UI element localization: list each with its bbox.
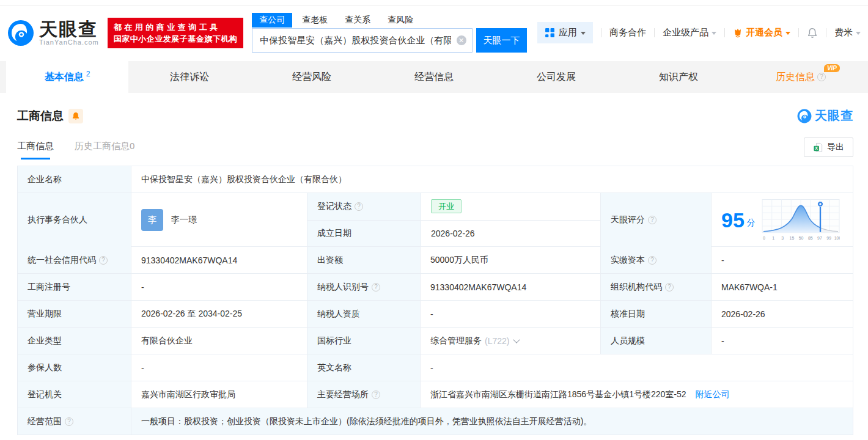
term-label: 营业期限: [18, 301, 131, 327]
paid-capital-label-cell: 实缴资本: [600, 247, 711, 273]
tab-label: 知识产权: [659, 71, 698, 84]
help-icon[interactable]: [665, 283, 674, 292]
tab-company-development[interactable]: 公司发展: [495, 61, 617, 93]
chevron-down-icon: [581, 32, 586, 35]
credit-code-value: 91330402MAK67WQA14: [131, 247, 307, 273]
partner-name-link[interactable]: 李一璟: [171, 215, 197, 226]
help-icon[interactable]: [372, 283, 380, 292]
partner-label: 执行事务合伙人: [18, 193, 131, 247]
status-badge: 开业: [431, 199, 462, 213]
help-icon[interactable]: [817, 73, 826, 81]
table-row: 企业名称 中保投智星安（嘉兴）股权投资合伙企业（有限合伙）: [18, 166, 853, 193]
subtab-business-info[interactable]: 工商信息: [17, 141, 54, 160]
table-row: 执行事务合伙人 李 李一璟 登记状态 开业 成立日期 2026-02-26 天眼…: [18, 193, 853, 246]
tianyancha-logo-icon: [797, 109, 812, 123]
est-date-value: 2026-02-26: [421, 221, 601, 247]
promo-line2: 国家中小企业发展子基金旗下机构: [114, 33, 238, 45]
axis-tick: 99: [826, 236, 831, 240]
staff-size-value: -: [711, 328, 854, 354]
subtab-history-business-info[interactable]: 历史工商信息0: [75, 141, 134, 160]
credit-code-label-cell: 统一社会信用代码: [18, 247, 131, 273]
tab-basic-info[interactable]: 基本信息 2: [6, 61, 128, 93]
axis-tick: 100: [834, 236, 840, 240]
tab-history-info[interactable]: VIP 历史信息: [740, 61, 862, 93]
score-cell: 95 分: [711, 193, 854, 247]
axis-tick: 50: [799, 236, 804, 240]
approval-date-label: 核准日期: [600, 301, 711, 327]
help-icon[interactable]: [372, 391, 380, 399]
taxpayer-quality-value: -: [420, 301, 600, 327]
monitor-bell-button[interactable]: [68, 109, 83, 123]
bell-icon: [807, 28, 818, 38]
paid-capital-value: -: [711, 247, 854, 273]
apps-menu-button[interactable]: 应用: [537, 22, 593, 43]
search-button[interactable]: 天眼一下: [476, 28, 528, 53]
tab-label: 公司发展: [537, 71, 576, 84]
score-label: 天眼评分: [611, 215, 645, 226]
tianyancha-watermark: 天眼查: [797, 108, 853, 124]
taxpayer-id-label: 纳税人识别号: [317, 282, 369, 293]
search-input[interactable]: [252, 28, 472, 53]
org-code-value: MAK67WQA-1: [711, 274, 854, 300]
tab-label: 经营风险: [292, 71, 331, 84]
partner-avatar[interactable]: 李: [141, 209, 163, 231]
company-nav-tabs: 基本信息 2 法律诉讼 经营风险 经营信息 公司发展 知识产权 VIP 历史信息: [0, 61, 868, 93]
chevron-down-icon: [785, 32, 790, 35]
bell-icon: [72, 112, 80, 120]
section-title: 工商信息: [17, 108, 64, 124]
help-icon[interactable]: [355, 202, 363, 211]
search-box: ✕: [252, 28, 472, 53]
industry-label: 国标行业: [307, 328, 420, 354]
search-area: 查公司 查老板 查关系 查风险 ✕ 天眼一下: [252, 13, 527, 53]
tab-operation-risk[interactable]: 经营风险: [251, 61, 373, 93]
user-account-menu[interactable]: 费米: [834, 27, 861, 38]
help-icon[interactable]: [99, 256, 108, 265]
chevron-down-icon[interactable]: [513, 336, 520, 343]
axis-tick: 85: [808, 236, 813, 240]
taxpayer-id-label-cell: 纳税人识别号: [307, 274, 420, 300]
tab-legal-proceedings[interactable]: 法律诉讼: [128, 61, 251, 93]
business-cooperation-link[interactable]: 商务合作: [609, 27, 646, 38]
notifications-button[interactable]: [807, 28, 818, 38]
help-icon[interactable]: [65, 417, 73, 426]
reg-authority-label: 登记机关: [18, 381, 131, 408]
search-tab-company[interactable]: 查公司: [252, 13, 292, 28]
search-tab-risk[interactable]: 查风险: [380, 13, 421, 28]
term-value: 2026-02-26 至 2034-02-25: [131, 301, 307, 327]
table-row: 经营范围 一般项目：股权投资；创业投资（限投资未上市企业）(除依法须经批准的项目…: [18, 408, 853, 435]
capital-label: 出资额: [307, 247, 420, 273]
table-row: 企业类型 有限合伙企业 国标行业 综合管理服务 (L722) 人员规模 -: [18, 327, 853, 354]
company-name-value: 中保投智星安（嘉兴）股权投资合伙企业（有限合伙）: [131, 166, 853, 193]
search-tab-boss[interactable]: 查老板: [295, 13, 335, 28]
paid-capital-label: 实缴资本: [611, 255, 645, 266]
tianyancha-logo[interactable]: 天眼查 TianYanCha.com: [7, 20, 99, 46]
approval-date-value: 2026-02-26: [711, 301, 854, 327]
address-label-cell: 主要经营场所: [307, 381, 420, 408]
page-top-divider: [0, 0, 868, 6]
open-vip-menu[interactable]: 开通会员: [733, 27, 790, 38]
address-value: 浙江省嘉兴市南湖区东栅街道南江路1856号基金小镇1号楼220室-52: [430, 389, 686, 400]
search-tab-relation[interactable]: 查关系: [337, 13, 378, 28]
industry-cell: 综合管理服务 (L722): [420, 328, 600, 354]
svg-text:X: X: [815, 146, 818, 151]
score-unit: 分: [747, 218, 756, 229]
reg-authority-value: 嘉兴市南湖区行政审批局: [131, 381, 307, 408]
export-button[interactable]: X 导出: [804, 138, 853, 157]
clear-search-icon[interactable]: ✕: [457, 35, 466, 45]
reg-status-label-cell: 登记状态: [307, 193, 421, 220]
company-name-label: 企业名称: [18, 166, 131, 193]
tab-intellectual-property[interactable]: 知识产权: [617, 61, 740, 93]
business-info-table: 企业名称 中保投智星安（嘉兴）股权投资合伙企业（有限合伙） 执行事务合伙人 李 …: [17, 166, 853, 435]
logo-text: 天眼查 TianYanCha.com: [39, 20, 99, 46]
help-icon[interactable]: [648, 256, 657, 265]
enterprise-product-menu[interactable]: 企业级产品: [663, 27, 716, 38]
score-value: 95: [721, 210, 745, 230]
scope-value: 一般项目：股权投资；创业投资（限投资未上市企业）(除依法须经批准的项目外，凭营业…: [131, 408, 853, 435]
tab-count-badge: 2: [86, 70, 90, 78]
help-icon[interactable]: [648, 216, 657, 224]
axis-tick: 3: [781, 236, 784, 240]
tab-operation-info[interactable]: 经营信息: [373, 61, 495, 93]
credit-code-label: 统一社会信用代码: [28, 255, 96, 266]
nearby-companies-link[interactable]: 附近公司: [696, 389, 730, 400]
menu-divider: [654, 28, 655, 37]
